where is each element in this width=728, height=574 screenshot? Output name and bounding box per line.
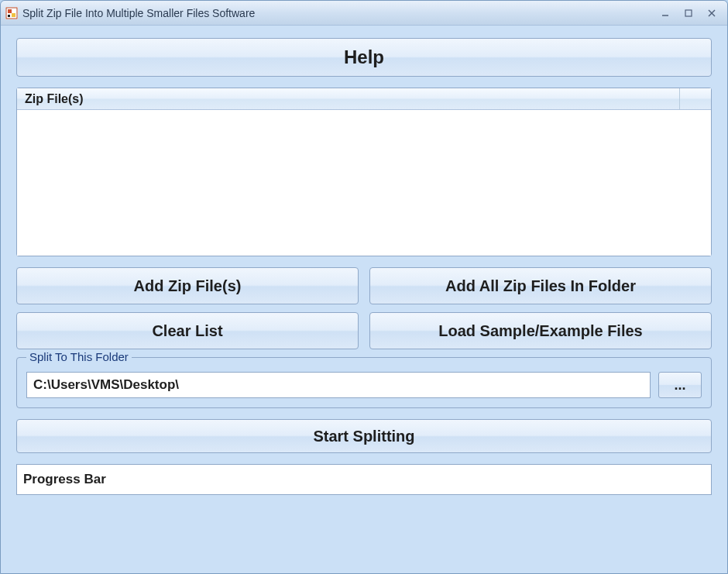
add-zip-button[interactable]: Add Zip File(s) — [16, 267, 359, 304]
minimize-button[interactable] — [654, 5, 676, 21]
output-folder-group-title: Split To This Folder — [26, 350, 132, 363]
output-folder-group: Split To This Folder ... — [16, 357, 712, 408]
output-path-row: ... — [26, 372, 702, 398]
window-controls — [654, 5, 723, 21]
titlebar: Split Zip File Into Multiple Smaller Fil… — [1, 1, 727, 26]
clear-list-button[interactable]: Clear List — [16, 312, 359, 349]
maximize-button[interactable] — [678, 5, 699, 21]
progress-bar: Progress Bar — [16, 464, 712, 495]
svg-rect-3 — [12, 13, 15, 17]
action-buttons: Add Zip File(s) Add All Zip Files In Fol… — [16, 267, 712, 349]
column-header-zipfiles[interactable]: Zip File(s) — [17, 88, 680, 109]
file-list-body[interactable] — [17, 110, 711, 256]
file-list-header: Zip File(s) — [17, 88, 711, 110]
svg-rect-4 — [8, 15, 10, 17]
help-button[interactable]: Help — [16, 38, 712, 77]
app-window: Split Zip File Into Multiple Smaller Fil… — [0, 0, 728, 574]
add-all-folder-button[interactable]: Add All Zip Files In Folder — [369, 267, 712, 304]
start-splitting-button[interactable]: Start Splitting — [16, 419, 712, 453]
load-sample-button[interactable]: Load Sample/Example Files — [369, 312, 712, 349]
window-title: Split Zip File Into Multiple Smaller Fil… — [22, 7, 654, 19]
svg-rect-6 — [685, 10, 692, 16]
progress-label: Progress Bar — [23, 472, 106, 487]
client-area: Help Zip File(s) Add Zip File(s) Add All… — [1, 26, 727, 573]
output-path-input[interactable] — [26, 372, 651, 398]
svg-rect-2 — [8, 9, 12, 13]
app-icon — [5, 7, 18, 19]
close-button[interactable] — [701, 5, 723, 21]
column-header-spacer — [680, 88, 711, 109]
browse-button[interactable]: ... — [658, 372, 702, 398]
file-list[interactable]: Zip File(s) — [16, 88, 712, 256]
